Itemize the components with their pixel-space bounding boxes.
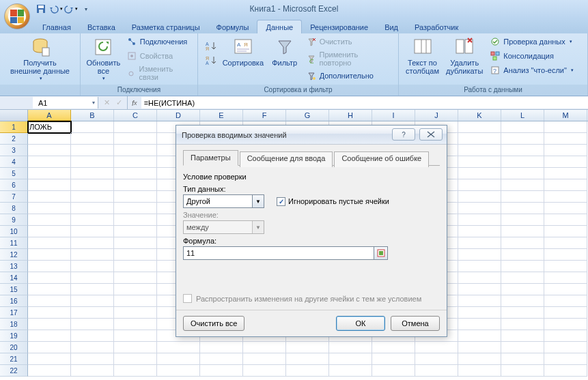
refresh-all-button[interactable]: Обновить все▾: [85, 35, 122, 83]
col-header[interactable]: I: [372, 110, 415, 121]
cell[interactable]: [157, 342, 200, 353]
col-header[interactable]: F: [243, 110, 286, 121]
row-header[interactable]: 12: [0, 249, 28, 261]
fx-icon[interactable]: fx: [127, 96, 141, 109]
cell[interactable]: [71, 249, 114, 261]
type-combo[interactable]: ▼: [183, 194, 264, 208]
cell[interactable]: [114, 133, 157, 145]
formula-input[interactable]: [141, 97, 588, 108]
cell[interactable]: [501, 214, 544, 226]
cell[interactable]: [544, 145, 587, 156]
cell[interactable]: [114, 284, 157, 295]
close-button[interactable]: [419, 128, 443, 141]
cell[interactable]: [544, 284, 587, 295]
cell[interactable]: [458, 284, 501, 295]
cell[interactable]: [544, 168, 587, 179]
cell[interactable]: [544, 261, 587, 272]
tab-review[interactable]: Рецензирование: [302, 20, 376, 33]
cell[interactable]: [71, 226, 114, 237]
col-header[interactable]: K: [458, 110, 501, 121]
text-to-columns-button[interactable]: Текст по столбцам: [403, 35, 442, 76]
tab-data[interactable]: Данные: [257, 20, 302, 33]
cell[interactable]: [458, 353, 501, 365]
cell[interactable]: [501, 284, 544, 295]
cell[interactable]: [157, 353, 200, 365]
cell[interactable]: [458, 191, 501, 203]
row-header[interactable]: 19: [0, 330, 28, 342]
cell[interactable]: [501, 121, 544, 133]
sort-asc-button[interactable]: АЯ: [202, 39, 219, 53]
cell[interactable]: [372, 353, 415, 365]
cell[interactable]: [458, 168, 501, 179]
tab-formulas[interactable]: Формулы: [208, 20, 257, 33]
cell[interactable]: [501, 365, 544, 377]
row-header[interactable]: 3: [0, 145, 28, 156]
sort-desc-button[interactable]: ЯА: [202, 53, 219, 67]
save-icon[interactable]: [34, 2, 48, 16]
cell[interactable]: [458, 342, 501, 353]
cell[interactable]: [114, 319, 157, 330]
cell[interactable]: [28, 191, 71, 203]
cell[interactable]: [286, 365, 329, 377]
office-button[interactable]: [4, 3, 30, 29]
help-button[interactable]: ?: [392, 128, 415, 141]
row-header[interactable]: 18: [0, 319, 28, 330]
cell[interactable]: [458, 237, 501, 249]
cell[interactable]: [501, 168, 544, 179]
cell[interactable]: [71, 203, 114, 214]
cell[interactable]: [501, 319, 544, 330]
cell[interactable]: [501, 353, 544, 365]
cell[interactable]: [71, 330, 114, 342]
cell[interactable]: [544, 319, 587, 330]
accept-formula-icon[interactable]: ✓: [113, 98, 124, 107]
ignore-blank-checkbox[interactable]: ✓: [277, 197, 285, 206]
row-header[interactable]: 21: [0, 353, 28, 365]
cell[interactable]: [114, 261, 157, 272]
col-header[interactable]: M: [544, 110, 587, 121]
cell[interactable]: [28, 133, 71, 145]
col-header[interactable]: E: [200, 110, 243, 121]
cell[interactable]: [501, 179, 544, 191]
row-header[interactable]: 8: [0, 203, 28, 214]
cell[interactable]: [286, 342, 329, 353]
cell[interactable]: [71, 168, 114, 179]
edit-links-button[interactable]: Изменить связи: [124, 63, 193, 83]
cell[interactable]: [71, 133, 114, 145]
cell[interactable]: [114, 295, 157, 307]
cell[interactable]: [458, 156, 501, 168]
cell[interactable]: [28, 365, 71, 377]
cell[interactable]: [544, 226, 587, 237]
row-header[interactable]: 15: [0, 284, 28, 295]
dialog-titlebar[interactable]: Проверка вводимых значений ?: [176, 126, 447, 145]
cell[interactable]: [114, 191, 157, 203]
cell[interactable]: [544, 191, 587, 203]
cell[interactable]: [71, 179, 114, 191]
cell[interactable]: [28, 214, 71, 226]
tab-error-alert[interactable]: Сообщение об ошибке: [334, 151, 429, 167]
ok-button[interactable]: ОК: [336, 316, 385, 331]
cell[interactable]: [501, 156, 544, 168]
cell[interactable]: [71, 191, 114, 203]
cell[interactable]: [501, 133, 544, 145]
cell[interactable]: [458, 330, 501, 342]
cell[interactable]: [28, 179, 71, 191]
cancel-button[interactable]: Отмена: [391, 316, 440, 331]
cell[interactable]: [544, 353, 587, 365]
cell[interactable]: [114, 330, 157, 342]
cell[interactable]: [458, 179, 501, 191]
cell[interactable]: [501, 295, 544, 307]
cell[interactable]: [243, 353, 286, 365]
cell[interactable]: [71, 295, 114, 307]
cell[interactable]: [28, 284, 71, 295]
cell[interactable]: [415, 342, 458, 353]
cell[interactable]: [501, 191, 544, 203]
formula-field[interactable]: [183, 246, 388, 260]
cell[interactable]: [458, 214, 501, 226]
cell[interactable]: [458, 121, 501, 133]
cell[interactable]: [114, 168, 157, 179]
cell[interactable]: [28, 272, 71, 284]
advanced-filter-button[interactable]: Дополнительно: [303, 69, 394, 83]
col-header[interactable]: D: [157, 110, 200, 121]
cell[interactable]: [544, 342, 587, 353]
cell[interactable]: [71, 365, 114, 377]
